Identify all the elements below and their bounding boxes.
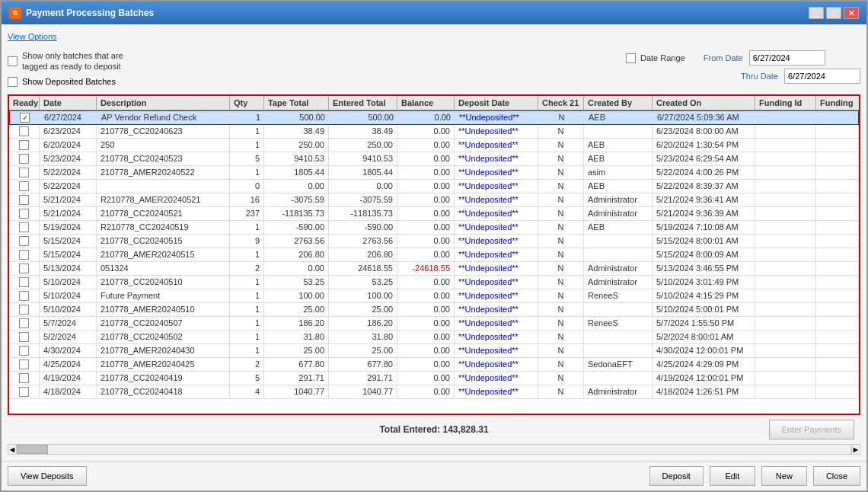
ready-checkbox-10[interactable] xyxy=(19,250,29,260)
view-deposits-button[interactable]: View Deposits xyxy=(8,466,87,486)
ready-checkbox-11[interactable] xyxy=(19,264,29,273)
deposit-button[interactable]: Deposit xyxy=(649,466,704,486)
table-row[interactable]: 4/18/2024 210778_CC20240418 4 1040.77 10… xyxy=(9,385,859,399)
col-header-description[interactable]: Description xyxy=(97,96,230,110)
horizontal-scrollbar[interactable] xyxy=(17,444,851,455)
cell-created-by-11: Administrator xyxy=(584,262,653,275)
cell-created-by-7: Administrator xyxy=(584,207,653,220)
ready-checkbox-13[interactable] xyxy=(19,291,29,301)
table-row[interactable]: 6/23/2024 210778_CC20240623 1 38.49 38.4… xyxy=(9,125,859,139)
view-options-link[interactable]: View Options xyxy=(8,30,860,43)
cell-balance-17: 0.00 xyxy=(397,344,455,357)
col-header-balance[interactable]: Balance xyxy=(397,96,455,110)
scroll-right-button[interactable]: ► xyxy=(851,444,860,455)
cell-entered-10: 206.80 xyxy=(329,248,397,261)
table-row[interactable]: 5/2/2024 210778_CC20240502 1 31.80 31.80… xyxy=(9,331,859,344)
col-header-created-by[interactable]: Created By xyxy=(584,96,653,110)
ready-checkbox-5[interactable] xyxy=(19,181,29,191)
enter-payments-button[interactable]: Enter Payments xyxy=(769,420,854,439)
cell-deposit-14: **Undeposited** xyxy=(455,303,538,316)
cell-desc-10: 210778_AMER20240515 xyxy=(97,248,230,261)
new-button[interactable]: New xyxy=(761,466,807,486)
ready-checkbox-19[interactable] xyxy=(19,373,29,383)
table-row[interactable]: 4/25/2024 210778_AMER20240425 2 677.80 6… xyxy=(9,358,859,372)
edit-button[interactable]: Edit xyxy=(710,466,755,486)
close-window-button[interactable]: ✕ xyxy=(844,7,859,19)
cell-created-on-4: 5/22/2024 4:00:26 PM xyxy=(653,166,755,179)
table-row[interactable]: 5/10/2024 210778_AMER20240510 1 25.00 25… xyxy=(9,303,859,317)
ready-checkbox-1[interactable] xyxy=(19,126,29,136)
table-row[interactable]: 5/15/2024 210778_AMER20240515 1 206.80 2… xyxy=(9,248,859,262)
cell-created-on-15: 5/7/2024 1:55:50 PM xyxy=(653,317,755,330)
cell-qty-17: 1 xyxy=(230,344,264,357)
ready-checkbox-18[interactable] xyxy=(19,359,29,369)
table-row[interactable]: 5/22/2024 210778_AMER20240522 1 1805.44 … xyxy=(9,166,859,180)
cell-check21-7: N xyxy=(538,207,584,220)
cell-desc-0: AP Vendor Refund Check xyxy=(97,111,231,124)
cell-created-on-6: 5/21/2024 9:36:41 AM xyxy=(653,193,755,206)
col-header-tape-total[interactable]: Tape Total xyxy=(264,96,329,110)
show-ready-checkbox[interactable] xyxy=(8,56,18,66)
show-deposited-checkbox[interactable] xyxy=(8,77,18,87)
ready-checkbox-4[interactable] xyxy=(19,168,29,177)
col-header-created-on[interactable]: Created On xyxy=(653,96,755,110)
table-row[interactable]: 6/20/2024 250 1 250.00 250.00 0.00 **Und… xyxy=(9,139,859,152)
from-date-input[interactable] xyxy=(749,50,825,65)
cell-desc-4: 210778_AMER20240522 xyxy=(97,166,230,179)
ready-checkbox-17[interactable] xyxy=(19,346,29,356)
date-range-checkbox[interactable] xyxy=(626,53,636,63)
col-header-qty[interactable]: Qty xyxy=(230,96,264,110)
table-row[interactable]: 5/23/2024 210778_CC20240523 5 9410.53 94… xyxy=(9,152,859,166)
col-header-funding-id[interactable]: Funding Id xyxy=(755,96,816,110)
cell-deposit-2: **Undeposited** xyxy=(455,139,538,152)
col-header-check21[interactable]: Check 21 xyxy=(538,96,584,110)
maximize-button[interactable]: □ xyxy=(826,7,841,19)
cell-desc-9: 210778_CC20240515 xyxy=(97,235,230,248)
cell-funding-id-14 xyxy=(755,303,816,316)
table-row[interactable]: 5/10/2024 Future Payment 1 100.00 100.00… xyxy=(9,289,859,303)
minimize-button[interactable]: _ xyxy=(809,7,824,19)
table-row[interactable]: 4/19/2024 210778_CC20240419 5 291.71 291… xyxy=(9,372,859,385)
ready-checkbox-8[interactable] xyxy=(19,222,29,232)
thru-date-input[interactable] xyxy=(784,69,860,84)
col-header-ready[interactable]: Ready xyxy=(9,96,40,110)
cell-ready-8 xyxy=(9,221,40,234)
cell-funding2-18 xyxy=(816,358,859,371)
ready-checkbox-7[interactable] xyxy=(19,209,29,219)
ready-checkbox-6[interactable] xyxy=(19,195,29,205)
table-row[interactable]: 5/15/2024 210778_CC20240515 9 2763.56 27… xyxy=(9,235,859,248)
table-row[interactable]: 5/22/2024 0 0.00 0.00 0.00 **Undeposited… xyxy=(9,180,859,193)
table-row[interactable]: 5/21/2024 R210778_AMER20240521 16 -3075.… xyxy=(9,193,859,207)
col-header-entered-total[interactable]: Entered Total xyxy=(329,96,397,110)
ready-checkbox-3[interactable] xyxy=(19,154,29,164)
cell-entered-15: 186.20 xyxy=(329,317,397,330)
table-row[interactable]: 5/7/2024 210778_CC20240507 1 186.20 186.… xyxy=(9,317,859,331)
horizontal-scroll-thumb[interactable] xyxy=(18,445,48,454)
table-row[interactable]: 5/10/2024 210778_CC20240510 1 53.25 53.2… xyxy=(9,276,859,289)
ready-checkbox-15[interactable] xyxy=(19,318,29,328)
table-row[interactable]: ✓ 6/27/2024 AP Vendor Refund Check 1 500… xyxy=(9,110,859,125)
ready-checkbox-9[interactable] xyxy=(19,236,29,246)
title-buttons: _ □ ✕ xyxy=(809,7,859,19)
ready-checkbox-2[interactable] xyxy=(19,140,29,150)
scroll-left-button[interactable]: ◄ xyxy=(8,444,17,455)
cell-deposit-1: **Undeposited** xyxy=(455,125,538,138)
ready-checkbox-20[interactable] xyxy=(19,387,29,397)
ready-checkbox-16[interactable] xyxy=(19,332,29,342)
close-button[interactable]: Close xyxy=(813,466,860,486)
cell-balance-19: 0.00 xyxy=(397,372,455,385)
col-header-date[interactable]: Date xyxy=(40,96,97,110)
ready-checkbox-14[interactable] xyxy=(19,305,29,315)
table-row[interactable]: 5/19/2024 R210778_CC20240519 1 -590.00 -… xyxy=(9,221,859,235)
table-row[interactable]: 5/13/2024 051324 2 0.00 24618.55 -24618.… xyxy=(9,262,859,276)
cell-qty-4: 1 xyxy=(230,166,264,179)
ready-checkbox-12[interactable] xyxy=(19,277,29,287)
cell-balance-6: 0.00 xyxy=(397,193,455,206)
col-header-funding2[interactable]: Funding xyxy=(816,96,859,110)
cell-check21-8: N xyxy=(538,221,584,234)
cell-balance-20: 0.00 xyxy=(397,385,455,398)
table-row[interactable]: 4/30/2024 210778_AMER20240430 1 25.00 25… xyxy=(9,344,859,358)
table-row[interactable]: 5/21/2024 210778_CC20240521 237 -118135.… xyxy=(9,207,859,221)
col-header-deposit-date[interactable]: Deposit Date xyxy=(455,96,538,110)
ready-checkbox-0[interactable]: ✓ xyxy=(20,113,30,123)
